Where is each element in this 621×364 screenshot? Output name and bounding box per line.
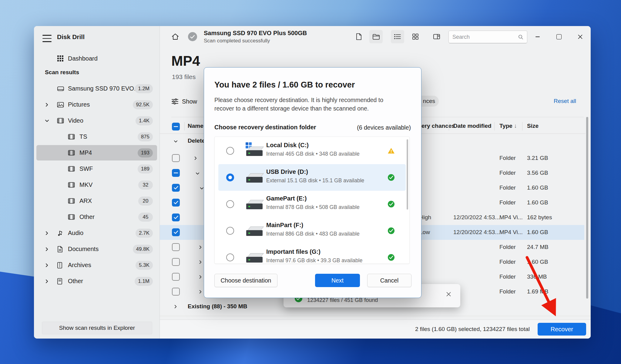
reset-all-link[interactable]: Reset all	[554, 98, 576, 104]
radio-unselected[interactable]	[226, 147, 234, 155]
sidebar-item-documents[interactable]: Documents 49.8K	[36, 241, 157, 257]
toast-close-icon[interactable]	[445, 290, 452, 298]
next-button[interactable]: Next	[315, 274, 360, 287]
chevron-right-icon[interactable]	[199, 260, 203, 264]
sidebar-item-pictures[interactable]: Pictures 92.5K	[36, 97, 157, 112]
row-checkbox[interactable]	[172, 258, 180, 266]
drive-icon	[246, 146, 263, 156]
sidebar-item-swf[interactable]: SWF 189	[36, 161, 157, 177]
device-details: Internal 878 GB disk • 508 GB available	[266, 204, 360, 210]
preview-panel-button[interactable]	[430, 30, 443, 43]
home-button[interactable]	[169, 30, 182, 43]
column-divider	[184, 122, 185, 131]
dashboard-grid-icon	[57, 55, 64, 62]
recovery-chances-column-header[interactable]: ery chances	[421, 123, 455, 129]
count-badge: 32	[138, 180, 153, 190]
panel-icon	[433, 34, 440, 40]
vertical-scrollbar[interactable]	[586, 117, 588, 299]
choose-destination-button[interactable]: Choose destination	[214, 274, 277, 287]
row-checkbox[interactable]	[172, 228, 180, 236]
row-checkbox[interactable]	[172, 213, 180, 221]
maximize-button[interactable]	[552, 30, 566, 43]
sidebar-item-label: Audio	[68, 230, 83, 237]
count-badge: 49.8K	[133, 245, 153, 254]
size-cell: 1.69 MB	[527, 288, 549, 295]
folder-view-button[interactable]	[369, 30, 383, 43]
grid-view-button[interactable]	[409, 30, 422, 43]
type-cell: MP4 Vi...	[499, 214, 523, 221]
device-row-gamepart-e[interactable]: GamePart (E:) Internal 878 GB disk • 508…	[218, 191, 406, 217]
radio-unselected[interactable]	[226, 200, 234, 208]
sidebar-item-dashboard[interactable]: Dashboard	[36, 51, 157, 66]
sidebar-item-video-other[interactable]: Other 45	[36, 209, 157, 225]
divider	[160, 316, 591, 316]
list-view-button[interactable]	[391, 30, 404, 43]
device-list-scrollbar[interactable]	[407, 139, 408, 210]
video-icon	[57, 118, 64, 124]
date-modified-column-header[interactable]: Date modified	[453, 123, 492, 129]
row-checkbox[interactable]	[172, 184, 180, 192]
chevron-right-icon[interactable]	[199, 275, 203, 279]
size-column-header[interactable]: Size	[527, 123, 539, 129]
list-icon	[394, 34, 401, 40]
device-title: Samsung SSD 970 EVO Plus 500GB	[204, 30, 307, 37]
row-checkbox[interactable]	[172, 243, 180, 251]
sidebar-item-archives[interactable]: Archives 5.3K	[36, 257, 157, 273]
recover-button[interactable]: Recover	[538, 323, 586, 336]
sidebar-item-arx[interactable]: ARX 20	[36, 193, 157, 209]
row-checkbox[interactable]	[172, 288, 180, 296]
sidebar-item-other[interactable]: Other 1.1M	[36, 273, 157, 289]
sidebar-item-video[interactable]: Video 1.4K	[36, 113, 157, 128]
device-row-usb-drive-d[interactable]: USB Drive (D:) External 15.1 GB disk • 1…	[218, 164, 406, 191]
device-row-important-files-g[interactable]: Important files (G:) Internal 97.6 GB di…	[218, 244, 406, 264]
size-cell: 1.60 GB	[527, 184, 548, 191]
new-scan-button[interactable]	[352, 30, 365, 43]
chevron-right-icon[interactable]	[174, 305, 178, 309]
chevron-right-icon[interactable]	[45, 247, 49, 251]
chevron-down-icon[interactable]	[196, 172, 200, 176]
row-checkbox[interactable]	[172, 169, 180, 177]
chevron-right-icon[interactable]	[45, 103, 49, 107]
row-checkbox[interactable]	[172, 154, 180, 162]
select-all-checkbox[interactable]	[172, 123, 180, 131]
hamburger-menu-icon[interactable]	[42, 34, 52, 43]
radio-selected[interactable]	[226, 174, 234, 181]
sidebar-item-device[interactable]: Samsung SSD 970 EVO... 1.2M	[36, 81, 157, 96]
minimize-button[interactable]	[531, 30, 544, 43]
cancel-button[interactable]: Cancel	[367, 274, 411, 287]
destination-section-label: Choose recovery destination folder	[214, 124, 316, 131]
row-checkbox[interactable]	[172, 273, 180, 281]
close-button[interactable]	[573, 30, 587, 43]
pictures-icon	[57, 102, 64, 108]
sidebar-item-mp4[interactable]: MP4 193	[36, 145, 157, 160]
sidebar-item-audio[interactable]: Audio 2.7K	[36, 225, 157, 241]
chevron-down-icon[interactable]	[200, 187, 204, 190]
show-filter-label: Show	[182, 98, 197, 105]
show-scan-results-in-explorer-button[interactable]: Show scan results in Explorer	[42, 322, 152, 334]
radio-unselected[interactable]	[226, 227, 234, 235]
chevron-right-icon[interactable]	[194, 156, 198, 160]
chevron-down-icon[interactable]	[174, 140, 178, 144]
video-icon	[68, 166, 75, 172]
chevron-right-icon[interactable]	[45, 231, 49, 235]
chevron-down-icon[interactable]	[45, 119, 49, 123]
device-row-mainpart-f[interactable]: MainPart (F:) Internal 886 GB disk • 483…	[218, 217, 406, 244]
video-icon	[68, 214, 75, 220]
drive-icon	[246, 199, 263, 209]
name-column-header[interactable]: Name	[188, 123, 203, 129]
chevron-right-icon[interactable]	[45, 279, 49, 283]
archive-icon	[57, 262, 62, 269]
search-input[interactable]: Search	[448, 31, 527, 43]
type-column-header[interactable]: Type ↓	[499, 123, 517, 129]
sidebar-item-mkv[interactable]: MKV 32	[36, 177, 157, 193]
sidebar-item-ts[interactable]: TS 875	[36, 129, 157, 144]
device-row-local-disk-c[interactable]: Local Disk (C:) Internal 465 GB disk • 3…	[218, 137, 406, 164]
chevron-right-icon[interactable]	[199, 290, 203, 294]
row-checkbox[interactable]	[172, 199, 180, 207]
size-cell: 336 MB	[527, 273, 547, 280]
show-filter-button[interactable]: Show	[171, 96, 197, 107]
type-cell: Folder	[499, 184, 516, 191]
radio-unselected[interactable]	[226, 253, 234, 261]
chevron-right-icon[interactable]	[199, 245, 203, 249]
chevron-right-icon[interactable]	[45, 263, 49, 267]
